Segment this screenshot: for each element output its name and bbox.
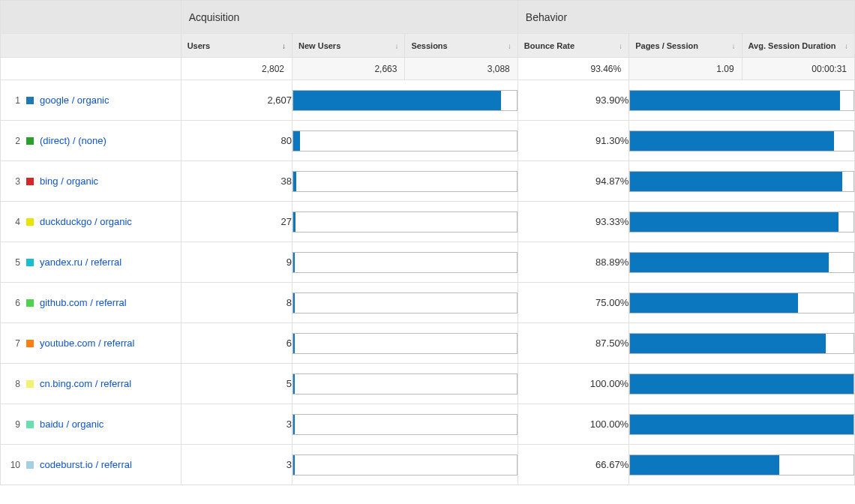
bar-outer	[629, 292, 854, 314]
source-medium-link[interactable]: youtube.com / referral	[40, 338, 134, 349]
bar-outer	[292, 252, 518, 273]
row-index: 5	[8, 257, 20, 268]
column-header-pages-session[interactable]: Pages / Session ↓	[629, 34, 742, 58]
source-cell: 1google / organic	[1, 80, 182, 121]
table-row: 8cn.bing.com / referral5100.00%	[1, 364, 855, 404]
totals-avg-duration: 00:00:31	[742, 58, 854, 80]
users-value: 8	[181, 283, 292, 323]
bar-fill	[630, 334, 826, 353]
pages-session-bar-cell	[629, 445, 855, 485]
totals-users: 2,802	[181, 58, 292, 80]
pages-session-bar-cell	[629, 121, 855, 161]
bounce-rate-value: 91.30%	[518, 121, 628, 161]
source-medium-link[interactable]: cn.bing.com / referral	[40, 378, 131, 389]
totals-row: 2,802 2,663 3,088 93.46% 1.09 00:00:31	[1, 58, 855, 80]
bar-outer	[292, 171, 518, 192]
series-color-swatch	[26, 137, 34, 145]
series-color-swatch	[26, 461, 34, 469]
source-medium-link[interactable]: yandex.ru / referral	[40, 256, 122, 268]
table-row: 7youtube.com / referral687.50%	[1, 323, 855, 364]
bar-outer	[292, 292, 518, 314]
column-header-new-users[interactable]: New Users ↓	[292, 34, 405, 58]
bar-outer	[629, 212, 854, 232]
source-cell: 10codeburst.io / referral	[1, 445, 182, 485]
group-header-row: Acquisition Behavior	[1, 1, 855, 34]
source-medium-link[interactable]: github.com / referral	[40, 297, 127, 308]
new-users-bar-cell	[292, 242, 518, 283]
source-cell: 2(direct) / (none)	[1, 121, 182, 161]
bar-fill	[293, 293, 295, 313]
bar-fill	[630, 172, 842, 191]
bar-fill	[293, 455, 295, 475]
bounce-rate-value: 93.33%	[518, 202, 628, 242]
totals-bounce-rate: 93.46%	[518, 58, 628, 80]
series-color-swatch	[26, 218, 34, 226]
source-medium-link[interactable]: (direct) / (none)	[40, 135, 106, 146]
bar-fill	[293, 91, 501, 110]
new-users-bar-cell	[292, 202, 518, 242]
users-value: 6	[181, 323, 292, 364]
bar-outer	[292, 414, 518, 435]
source-medium-link[interactable]: codeburst.io / referral	[40, 459, 132, 470]
new-users-bar-cell	[292, 364, 518, 404]
users-value: 80	[181, 121, 292, 161]
bounce-rate-value: 100.00%	[518, 364, 628, 404]
series-color-swatch	[26, 380, 34, 388]
row-index: 1	[8, 95, 20, 106]
bar-fill	[293, 374, 295, 394]
source-cell: 9baidu / organic	[1, 404, 182, 445]
bar-fill	[630, 374, 854, 394]
column-header-avg-duration[interactable]: Avg. Session Duration ↓	[742, 34, 854, 58]
row-index: 3	[8, 176, 20, 187]
source-medium-link[interactable]: google / organic	[40, 94, 110, 106]
bounce-rate-value: 100.00%	[518, 404, 628, 445]
bar-fill	[293, 253, 295, 272]
source-cell: 3bing / organic	[1, 161, 182, 202]
sort-icon: ↓	[508, 41, 512, 50]
bar-fill	[293, 415, 295, 434]
users-value: 2,607	[181, 80, 292, 121]
source-medium-link[interactable]: baidu / organic	[40, 418, 104, 430]
pages-session-bar-cell	[629, 283, 855, 323]
bar-fill	[293, 334, 295, 353]
bar-fill	[630, 131, 834, 151]
bar-outer	[292, 130, 518, 152]
bar-fill	[630, 91, 840, 110]
pages-session-bar-cell	[629, 404, 855, 445]
source-cell: 6github.com / referral	[1, 283, 182, 323]
group-header-acquisition[interactable]: Acquisition	[181, 1, 518, 34]
users-value: 27	[181, 202, 292, 242]
source-cell: 4duckduckgo / organic	[1, 202, 182, 242]
sort-icon: ↓	[732, 41, 736, 50]
bar-fill	[293, 172, 296, 191]
users-value: 38	[181, 161, 292, 202]
series-color-swatch	[26, 299, 34, 307]
row-index: 9	[8, 419, 20, 430]
group-header-behavior[interactable]: Behavior	[518, 1, 854, 34]
column-header-sessions[interactable]: Sessions ↓	[405, 34, 518, 58]
column-header-bounce-rate[interactable]: Bounce Rate ↓	[518, 34, 628, 58]
bar-fill	[293, 212, 296, 232]
row-index: 8	[8, 379, 20, 389]
sort-icon: ↓	[394, 41, 398, 50]
series-color-swatch	[26, 178, 34, 185]
pages-session-bar-cell	[629, 202, 855, 242]
pages-session-bar-cell	[629, 242, 855, 283]
bar-outer	[629, 454, 854, 476]
bar-outer	[629, 252, 854, 273]
bounce-rate-value: 88.89%	[518, 242, 628, 283]
pages-session-bar-cell	[629, 323, 855, 364]
new-users-bar-cell	[292, 80, 518, 121]
column-header-label: Avg. Session Duration	[748, 41, 836, 50]
column-header-users[interactable]: Users ↓	[181, 34, 292, 58]
series-color-swatch	[26, 421, 34, 428]
row-index: 6	[8, 298, 20, 308]
new-users-bar-cell	[292, 323, 518, 364]
pages-session-bar-cell	[629, 80, 855, 121]
new-users-bar-cell	[292, 404, 518, 445]
source-medium-link[interactable]: duckduckgo / organic	[40, 216, 132, 227]
row-index: 10	[8, 460, 20, 470]
totals-new-users: 2,663	[292, 58, 405, 80]
sort-icon: ↓	[619, 41, 622, 50]
source-medium-link[interactable]: bing / organic	[40, 176, 98, 187]
